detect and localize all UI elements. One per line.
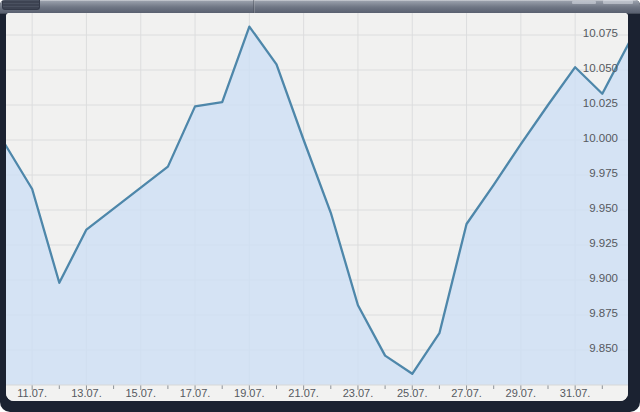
- y-axis-label: 10.075: [583, 27, 618, 39]
- price-area-chart[interactable]: 11.07.13.07.15.07.17.07.19.07.21.07.23.0…: [6, 13, 628, 401]
- window-toolbar: [0, 0, 640, 14]
- toolbar-seam: [253, 0, 255, 13]
- y-axis-label: 9.950: [589, 202, 618, 214]
- y-axis-label: 9.925: [589, 237, 618, 249]
- chart-panel: 11.07.13.07.15.07.17.07.19.07.21.07.23.0…: [6, 13, 628, 401]
- y-axis-label: 10.050: [583, 62, 618, 74]
- y-axis-label: 9.850: [589, 342, 618, 354]
- y-axis-label: 10.000: [583, 132, 618, 144]
- chart-window: 11.07.13.07.15.07.17.07.19.07.21.07.23.0…: [0, 0, 640, 412]
- toolbar-text-fragment: [572, 1, 596, 4]
- y-axis-label: 10.025: [583, 97, 618, 109]
- y-axis-label: 9.875: [589, 307, 618, 319]
- y-axis-label: 9.900: [589, 272, 618, 284]
- y-axis-label: 9.975: [589, 167, 618, 179]
- toolbar-text-fragment: [603, 0, 633, 4]
- toolbar-tab-stub[interactable]: [2, 0, 40, 10]
